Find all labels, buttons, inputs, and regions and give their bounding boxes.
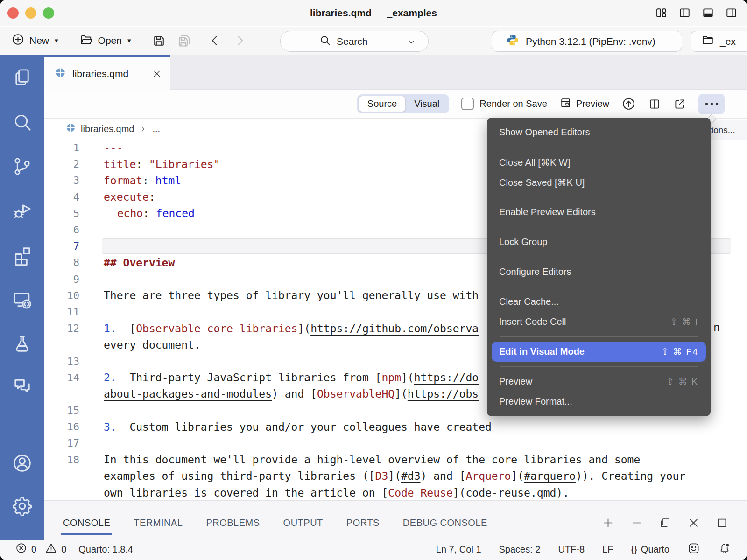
- code-row[interactable]: examples of using third-party libraries …: [44, 468, 747, 484]
- context-menu-item[interactable]: Configure Editors: [487, 262, 711, 282]
- line-number: 14: [44, 372, 79, 384]
- code-text: ---: [104, 142, 123, 154]
- plus-icon[interactable]: [602, 517, 614, 529]
- activity-bar-settings-gear-icon[interactable]: [11, 495, 33, 517]
- code-row[interactable]: 18In this document we'll provide a high-…: [44, 452, 747, 468]
- code-text: 3. Custom libraries you and/or your coll…: [104, 421, 492, 433]
- open-folder-icon: [79, 33, 93, 49]
- panel-tab-ports[interactable]: PORTS: [345, 513, 381, 533]
- line-number: 7: [44, 240, 79, 252]
- code-row[interactable]: own libraries is covered in the article …: [44, 484, 747, 500]
- panel-tab-problems[interactable]: PROBLEMS: [205, 513, 261, 533]
- notifications-bell-button[interactable]: [718, 542, 731, 557]
- minus-icon[interactable]: [630, 517, 643, 529]
- encoding-status[interactable]: UTF-8: [558, 544, 585, 555]
- code-row[interactable]: 17: [44, 435, 747, 451]
- activity-bar-extensions-icon[interactable]: [11, 244, 33, 266]
- context-menu-item[interactable]: Preview Format...: [487, 392, 711, 412]
- render-on-save-checkbox[interactable]: [461, 98, 474, 110]
- workspace-folder-button[interactable]: _ex: [691, 31, 747, 52]
- search-input[interactable]: Search: [280, 31, 429, 52]
- menu-separator: [500, 336, 698, 337]
- chevron-right-icon: [139, 125, 148, 133]
- activity-bar-testing-icon[interactable]: [11, 333, 33, 355]
- navigate-forward-button[interactable]: [233, 34, 247, 48]
- feedback-smiley-button[interactable]: [687, 542, 700, 557]
- context-menu-item[interactable]: Enable Preview Editors: [487, 202, 711, 222]
- close-icon[interactable]: [687, 517, 700, 529]
- menu-item-label: Preview Format...: [499, 396, 572, 407]
- restore-panel-icon[interactable]: [659, 517, 671, 529]
- python-logo-icon: [506, 34, 519, 49]
- toggle-primary-sidebar-icon[interactable]: [678, 7, 691, 19]
- preview-doc-icon: [559, 97, 572, 112]
- panel-tab-output[interactable]: OUTPUT: [282, 513, 324, 533]
- language-mode-status[interactable]: {} Quarto: [631, 544, 669, 555]
- activity-bar-account-icon[interactable]: [11, 452, 33, 474]
- maximize-icon[interactable]: [716, 517, 728, 529]
- search-icon: [319, 34, 331, 49]
- customize-layout-icon[interactable]: [655, 7, 668, 19]
- code-text: 2. Third-party JavaScript libraries from…: [104, 371, 479, 384]
- toggle-secondary-sidebar-icon[interactable]: [725, 7, 738, 19]
- visual-mode-button[interactable]: Visual: [406, 96, 448, 112]
- menu-separator: [500, 257, 698, 257]
- activity-bar-files-icon[interactable]: [11, 67, 33, 89]
- bell-dot-icon: [718, 542, 731, 557]
- panel-tab-terminal[interactable]: TERMINAL: [133, 513, 183, 533]
- activity-bar-source-control-icon[interactable]: [11, 155, 33, 177]
- activity-bar-search-icon[interactable]: [11, 111, 33, 133]
- code-text: 1. [Observable core libraries](https://g…: [104, 322, 479, 335]
- split-editor-button[interactable]: [648, 98, 661, 111]
- menu-item-label: Edit in Visual Mode: [499, 346, 585, 357]
- close-tab-icon[interactable]: [152, 69, 162, 78]
- preview-button[interactable]: Preview: [559, 97, 609, 112]
- context-menu-item[interactable]: Preview⇧ ⌘ K: [487, 371, 711, 392]
- chevron-down-icon: ▾: [127, 36, 131, 45]
- open-in-new-window-button[interactable]: [673, 98, 686, 111]
- line-number: 5: [44, 208, 79, 219]
- render-button[interactable]: [621, 97, 636, 111]
- open-button[interactable]: Open ▾: [79, 33, 131, 49]
- more-actions-button[interactable]: [698, 94, 725, 114]
- context-menu-item[interactable]: Lock Group: [487, 232, 711, 252]
- code-row[interactable]: 163. Custom libraries you and/or your co…: [44, 419, 747, 435]
- source-mode-button[interactable]: Source: [359, 96, 406, 112]
- new-button[interactable]: New ▾: [11, 33, 58, 49]
- toggle-panel-icon[interactable]: [702, 7, 714, 19]
- save-button[interactable]: [152, 34, 166, 48]
- activity-bar-remote-explorer-icon[interactable]: [11, 289, 33, 311]
- menu-separator: [500, 227, 698, 227]
- activity-bar-run-debug-icon[interactable]: [11, 200, 33, 222]
- panel-actions: [602, 517, 728, 529]
- quarto-version-status[interactable]: Quarto: 1.8.4: [78, 544, 133, 555]
- context-menu-item[interactable]: Show Opened Editors: [487, 122, 711, 142]
- cursor-position-status[interactable]: Ln 7, Col 1: [436, 544, 481, 555]
- navigate-back-button[interactable]: [208, 34, 222, 48]
- context-menu-item[interactable]: Close All [⌘K W]: [487, 152, 711, 172]
- tab-libraries-qmd[interactable]: libraries.qmd: [44, 55, 170, 90]
- line-number: 6: [44, 224, 79, 236]
- code-text: ---: [104, 224, 123, 236]
- window-layout-controls: [655, 7, 738, 19]
- tab-strip: libraries.qmd: [44, 55, 747, 90]
- menu-item-label: Configure Editors: [499, 266, 571, 277]
- line-number: 17: [44, 437, 79, 449]
- context-menu-item[interactable]: Edit in Visual Mode⇧ ⌘ F4: [492, 342, 706, 362]
- panel-tab-debug-console[interactable]: DEBUG CONSOLE: [402, 513, 488, 533]
- problems-status[interactable]: 0 0: [15, 542, 66, 557]
- panel-tab-console[interactable]: CONSOLE: [62, 513, 111, 533]
- interpreter-selector[interactable]: Python 3.12.1 (PipEnv: .venv): [492, 31, 682, 52]
- line-number: 11: [44, 306, 79, 318]
- status-bar: 0 0 Quarto: 1.8.4 Ln 7, Col 1 Spaces: 2 …: [0, 540, 747, 560]
- context-menu-item[interactable]: Insert Code Cell⇧ ⌘ I: [487, 312, 711, 332]
- indentation-status[interactable]: Spaces: 2: [499, 544, 541, 555]
- line-number: 9: [44, 273, 79, 285]
- context-menu-item[interactable]: Clear Cache...: [487, 292, 711, 312]
- plus-circle-icon: [11, 33, 25, 49]
- editor-scrollbar-divider: [734, 140, 734, 500]
- context-menu-item[interactable]: Close Saved [⌘K U]: [487, 172, 711, 192]
- save-all-button[interactable]: [176, 33, 192, 49]
- activity-bar-comments-icon[interactable]: [11, 376, 33, 398]
- eol-status[interactable]: LF: [602, 544, 613, 555]
